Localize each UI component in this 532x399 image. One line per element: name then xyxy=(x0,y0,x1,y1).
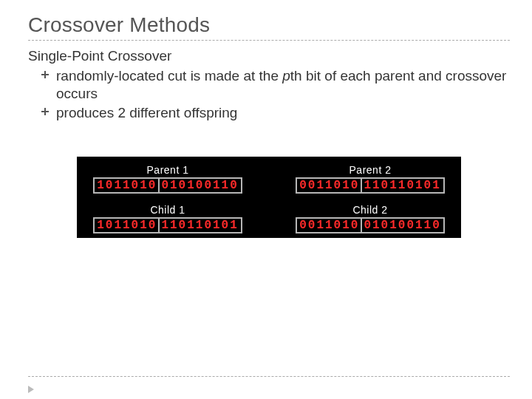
title-divider xyxy=(28,40,510,41)
bullet-pre: randomly-located cut is made at the xyxy=(56,68,282,83)
cut-marker xyxy=(158,179,160,192)
slide: Crossover Methods Single-Point Crossover… xyxy=(0,0,532,399)
footer-divider xyxy=(28,376,510,377)
bullet-em: p xyxy=(282,68,290,83)
child-2-cell: Child 2 0011010 010100110 xyxy=(293,204,448,233)
section-subhead: Single-Point Crossover xyxy=(28,48,510,64)
child-1-bits: 1011010 110110101 xyxy=(93,217,242,233)
page-title: Crossover Methods xyxy=(28,13,510,37)
parent-1-right-segment: 010100110 xyxy=(160,180,239,191)
parent-1-label: Parent 1 xyxy=(90,164,245,176)
cut-marker xyxy=(361,219,362,232)
cut-marker xyxy=(158,219,160,232)
child-1-left-segment: 1011010 xyxy=(96,219,157,231)
list-item: randomly-located cut is made at the pth … xyxy=(41,67,510,103)
parent-2-cell: Parent 2 0011010 110110101 xyxy=(293,164,448,194)
parent-2-label: Parent 2 xyxy=(293,164,448,176)
list-item: produces 2 different offspring xyxy=(41,104,510,122)
child-1-cell: Child 1 1011010 110110101 xyxy=(90,204,245,233)
cut-marker xyxy=(361,179,362,192)
child-2-bits: 0011010 010100110 xyxy=(296,217,445,233)
crossover-diagram: Parent 1 1011010 010100110 Parent 2 0011… xyxy=(77,157,461,238)
parent-2-right-segment: 110110101 xyxy=(363,180,441,191)
bullet-icon xyxy=(41,108,49,115)
parent-1-cell: Parent 1 1011010 010100110 xyxy=(90,164,245,194)
child-2-right-segment: 010100110 xyxy=(363,219,441,231)
child-1-label: Child 1 xyxy=(90,204,245,216)
bullet-list: randomly-located cut is made at the pth … xyxy=(41,67,510,121)
bullet-pre: produces 2 different offspring xyxy=(56,105,237,120)
diagram-parents-row: Parent 1 1011010 010100110 Parent 2 0011… xyxy=(81,164,457,194)
bullet-text: randomly-located cut is made at the pth … xyxy=(56,67,510,103)
child-2-label: Child 2 xyxy=(293,204,448,216)
parent-1-left-segment: 1011010 xyxy=(96,180,157,191)
diagram-row-gap xyxy=(81,194,457,204)
footer-arrow-icon xyxy=(28,386,34,393)
parent-2-left-segment: 0011010 xyxy=(299,180,360,191)
child-2-left-segment: 0011010 xyxy=(299,219,360,231)
diagram-children-row: Child 1 1011010 110110101 Child 2 001101… xyxy=(81,204,457,233)
parent-1-bits: 1011010 010100110 xyxy=(93,177,242,194)
bullet-icon xyxy=(41,71,49,78)
bullet-text: produces 2 different offspring xyxy=(56,104,237,122)
child-1-right-segment: 110110101 xyxy=(160,219,239,231)
parent-2-bits: 0011010 110110101 xyxy=(296,177,445,194)
